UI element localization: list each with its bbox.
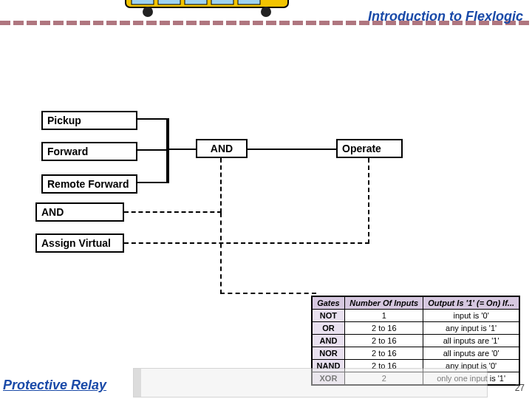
block-and-gate: AND [196,139,248,158]
dashed-wire [124,242,369,244]
table-row: NOT 1 input is '0' [312,310,519,322]
gates-col-inputs: Number Of Inputs [345,296,423,310]
svg-rect-5 [238,0,260,4]
table-row: OR 2 to 16 any input is '1' [312,322,519,335]
svg-rect-1 [132,0,154,4]
wire [137,182,167,183]
footer: Protective Relay 27 [0,362,532,399]
gates-col-gates: Gates [312,296,345,310]
dashed-wire [220,213,222,294]
svg-point-7 [261,7,271,17]
dashed-wire [368,158,369,244]
table-row: NOR 2 to 16 all inputs are '0' [312,347,519,360]
wire [248,149,336,150]
svg-rect-4 [211,0,233,4]
dashed-wire [220,158,222,213]
bus-illustration [111,0,303,18]
table-row: AND 2 to 16 all inputs are '1' [312,335,519,347]
header: Introduction to Flexlogic [0,0,532,30]
footer-thumbnails [133,368,488,398]
block-and: AND [35,202,124,222]
logic-diagram: Pickup Forward Remote Forward AND Operat… [0,103,532,355]
gates-col-output: Output Is '1' (= On) If... [423,296,519,310]
wire [166,149,196,150]
svg-rect-2 [158,0,180,4]
page-number: 27 [515,383,525,393]
svg-point-6 [143,7,153,17]
wire [137,118,167,120]
dashed-wire [124,211,222,213]
svg-rect-3 [185,0,207,4]
block-pickup: Pickup [41,111,137,130]
wire [137,149,167,151]
page-title: Introduction to Flexlogic [368,9,523,24]
dashed-wire [220,293,316,294]
footer-title: Protective Relay [3,378,106,393]
block-assign-virtual: Assign Virtual [35,233,124,253]
block-operate: Operate [336,139,403,158]
wire [166,118,169,183]
block-remote-forward: Remote Forward [41,174,137,194]
block-forward: Forward [41,142,137,161]
